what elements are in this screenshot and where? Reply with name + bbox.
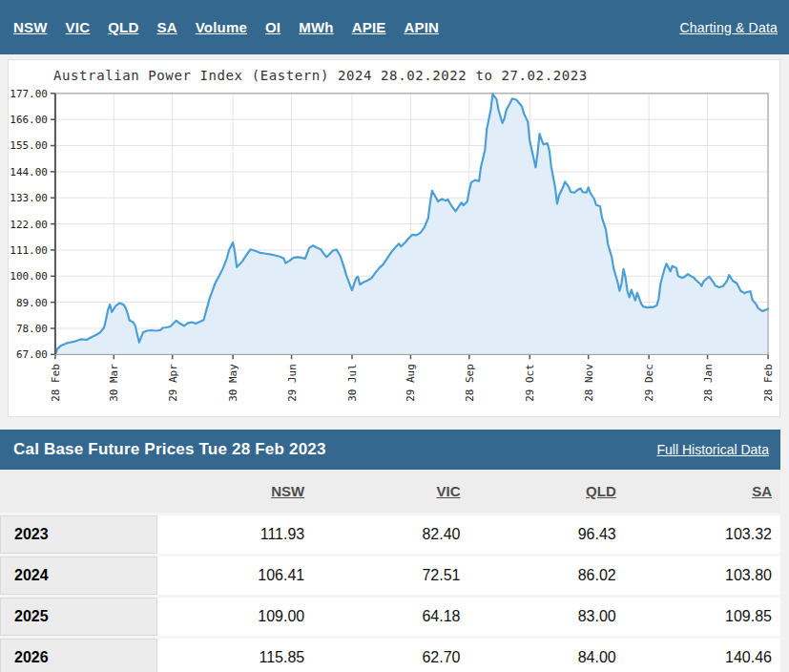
cell-qld: 96.43 xyxy=(469,515,625,554)
cell-qld: 83.00 xyxy=(469,598,625,636)
x-tick-label: 29 Oct xyxy=(524,364,536,401)
y-tick-label: 133.00 xyxy=(10,192,48,204)
cell-vic: 72.51 xyxy=(313,556,468,595)
nav-link-apie[interactable]: APIE xyxy=(352,19,386,35)
cell-sa: 109.85 xyxy=(625,598,780,636)
table-header-row: NSW VIC QLD SA xyxy=(0,470,780,513)
charting-and-data-link[interactable]: Charting & Data xyxy=(679,20,778,35)
full-historical-data-link[interactable]: Full Historical Data xyxy=(657,442,769,457)
cell-qld: 86.02 xyxy=(469,556,625,595)
futures-price-table: Cal Base Future Prices Tue 28 Feb 2023 F… xyxy=(0,430,780,672)
y-tick-label: 155.00 xyxy=(10,140,48,153)
cell-nsw: 109.00 xyxy=(157,598,313,636)
nav-link-oi[interactable]: OI xyxy=(265,19,280,35)
nav-link-sa[interactable]: SA xyxy=(156,19,176,35)
cell-qld: 84.00 xyxy=(469,639,625,672)
table-row-2025: 2025 109.00 64.18 83.00 109.85 xyxy=(0,598,780,636)
chart-panel: 177.00166.00155.00144.00133.00122.00111.… xyxy=(8,59,780,417)
x-tick-label: 30 Jul xyxy=(346,364,359,401)
cell-vic: 82.40 xyxy=(313,515,468,554)
cell-sa: 140.46 xyxy=(625,639,780,672)
x-tick-label: 28 Feb xyxy=(50,364,62,401)
column-header-vic[interactable]: VIC xyxy=(313,470,468,513)
cell-vic: 62.70 xyxy=(313,639,468,672)
nav-link-apin[interactable]: APIN xyxy=(404,19,439,35)
y-tick-label: 111.00 xyxy=(10,244,48,257)
column-header-sa[interactable]: SA xyxy=(625,470,780,513)
nav-link-volume[interactable]: Volume xyxy=(196,19,247,35)
table-row-2024: 2024 106.41 72.51 86.02 103.80 xyxy=(0,556,780,595)
row-label: 2025 xyxy=(0,598,157,636)
y-tick-label: 166.00 xyxy=(10,114,48,126)
nav-link-qld[interactable]: QLD xyxy=(108,19,138,35)
top-nav: NSW VIC QLD SA Volume OI MWh APIE APIN C… xyxy=(0,0,789,54)
y-tick-label: 177.00 xyxy=(10,88,48,100)
y-tick-label: 89.00 xyxy=(16,297,48,309)
table-title: Cal Base Future Prices Tue 28 Feb 2023 xyxy=(13,440,326,459)
column-header-nsw[interactable]: NSW xyxy=(157,470,313,513)
column-header-qld[interactable]: QLD xyxy=(469,470,625,513)
cell-nsw: 106.41 xyxy=(157,556,313,595)
x-tick-label: 28 Nov xyxy=(583,364,595,402)
table-row-2026: 2026 115.85 62.70 84.00 140.46 xyxy=(0,639,780,672)
x-tick-label: 29 Jun xyxy=(286,364,299,401)
power-index-chart: 177.00166.00155.00144.00133.00122.00111.… xyxy=(9,60,779,416)
x-tick-label: 30 May xyxy=(227,364,239,402)
y-tick-label: 122.00 xyxy=(10,219,48,231)
x-tick-label: 29 Apr xyxy=(167,364,179,402)
row-label: 2026 xyxy=(0,639,157,672)
y-tick-label: 78.00 xyxy=(16,323,48,335)
table-title-bar: Cal Base Future Prices Tue 28 Feb 2023 F… xyxy=(0,430,780,470)
y-tick-label: 100.00 xyxy=(10,270,48,283)
x-tick-label: 29 Dec xyxy=(643,364,655,401)
cell-nsw: 115.85 xyxy=(157,639,313,672)
x-tick-label: 28 Sep xyxy=(464,364,476,401)
row-label: 2023 xyxy=(0,515,157,554)
nav-link-mwh[interactable]: MWh xyxy=(299,19,333,35)
table-row-2023: 2023 111.93 82.40 96.43 103.32 xyxy=(0,515,780,554)
table-header-corner xyxy=(0,470,157,513)
cell-nsw: 111.93 xyxy=(157,515,313,554)
nav-link-nsw[interactable]: NSW xyxy=(13,19,48,35)
x-tick-label: 29 Aug xyxy=(405,364,417,401)
cell-sa: 103.80 xyxy=(625,556,780,595)
cell-sa: 103.32 xyxy=(625,515,780,554)
x-tick-label: 30 Mar xyxy=(108,364,120,402)
y-tick-label: 67.00 xyxy=(16,348,48,361)
x-tick-label: 28 Jan xyxy=(702,364,715,401)
y-tick-label: 144.00 xyxy=(10,166,48,178)
row-label: 2024 xyxy=(0,556,157,595)
x-tick-label: 28 Feb xyxy=(762,364,775,401)
chart-title: Australian Power Index (Eastern) 2024 28… xyxy=(53,68,588,83)
nav-link-vic[interactable]: VIC xyxy=(66,19,91,35)
cell-vic: 64.18 xyxy=(313,598,468,636)
